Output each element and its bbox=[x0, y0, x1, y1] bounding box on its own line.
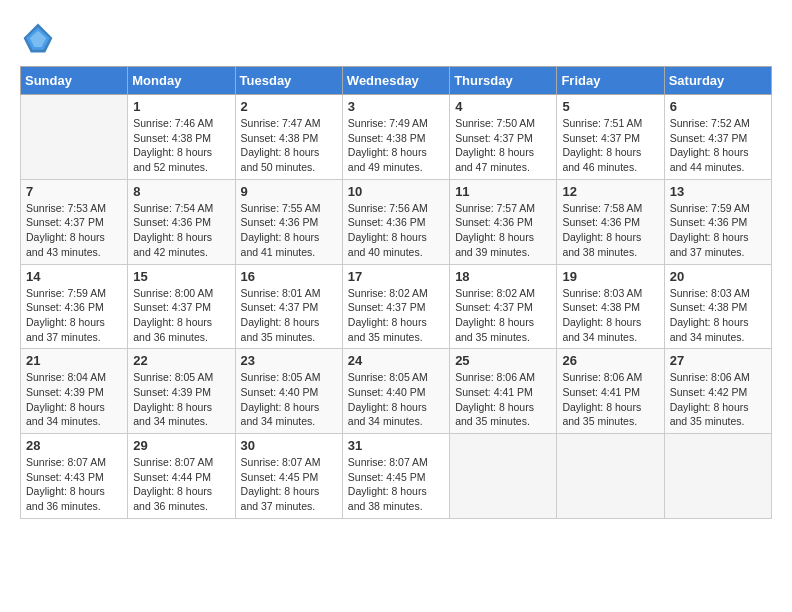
day-number: 26 bbox=[562, 353, 658, 368]
day-number: 28 bbox=[26, 438, 122, 453]
day-info: Sunrise: 8:05 AM Sunset: 4:40 PM Dayligh… bbox=[348, 370, 444, 429]
day-number: 6 bbox=[670, 99, 766, 114]
day-info: Sunrise: 8:07 AM Sunset: 4:45 PM Dayligh… bbox=[241, 455, 337, 514]
weekday-header-friday: Friday bbox=[557, 67, 664, 95]
day-number: 10 bbox=[348, 184, 444, 199]
day-number: 17 bbox=[348, 269, 444, 284]
weekday-header-sunday: Sunday bbox=[21, 67, 128, 95]
calendar-cell: 5Sunrise: 7:51 AM Sunset: 4:37 PM Daylig… bbox=[557, 95, 664, 180]
day-info: Sunrise: 7:51 AM Sunset: 4:37 PM Dayligh… bbox=[562, 116, 658, 175]
day-number: 4 bbox=[455, 99, 551, 114]
day-number: 19 bbox=[562, 269, 658, 284]
day-number: 14 bbox=[26, 269, 122, 284]
calendar-cell: 1Sunrise: 7:46 AM Sunset: 4:38 PM Daylig… bbox=[128, 95, 235, 180]
calendar-week-2: 7Sunrise: 7:53 AM Sunset: 4:37 PM Daylig… bbox=[21, 179, 772, 264]
day-number: 5 bbox=[562, 99, 658, 114]
day-info: Sunrise: 7:52 AM Sunset: 4:37 PM Dayligh… bbox=[670, 116, 766, 175]
calendar-cell bbox=[21, 95, 128, 180]
weekday-header-monday: Monday bbox=[128, 67, 235, 95]
calendar-cell: 9Sunrise: 7:55 AM Sunset: 4:36 PM Daylig… bbox=[235, 179, 342, 264]
day-info: Sunrise: 8:05 AM Sunset: 4:39 PM Dayligh… bbox=[133, 370, 229, 429]
calendar-cell: 25Sunrise: 8:06 AM Sunset: 4:41 PM Dayli… bbox=[450, 349, 557, 434]
calendar-cell: 26Sunrise: 8:06 AM Sunset: 4:41 PM Dayli… bbox=[557, 349, 664, 434]
calendar-table: SundayMondayTuesdayWednesdayThursdayFrid… bbox=[20, 66, 772, 519]
day-number: 30 bbox=[241, 438, 337, 453]
day-number: 20 bbox=[670, 269, 766, 284]
day-info: Sunrise: 8:07 AM Sunset: 4:44 PM Dayligh… bbox=[133, 455, 229, 514]
calendar-cell: 29Sunrise: 8:07 AM Sunset: 4:44 PM Dayli… bbox=[128, 434, 235, 519]
day-info: Sunrise: 7:59 AM Sunset: 4:36 PM Dayligh… bbox=[670, 201, 766, 260]
calendar-cell: 2Sunrise: 7:47 AM Sunset: 4:38 PM Daylig… bbox=[235, 95, 342, 180]
day-number: 27 bbox=[670, 353, 766, 368]
day-info: Sunrise: 7:53 AM Sunset: 4:37 PM Dayligh… bbox=[26, 201, 122, 260]
day-info: Sunrise: 7:56 AM Sunset: 4:36 PM Dayligh… bbox=[348, 201, 444, 260]
day-info: Sunrise: 8:03 AM Sunset: 4:38 PM Dayligh… bbox=[670, 286, 766, 345]
day-info: Sunrise: 7:46 AM Sunset: 4:38 PM Dayligh… bbox=[133, 116, 229, 175]
calendar-cell: 12Sunrise: 7:58 AM Sunset: 4:36 PM Dayli… bbox=[557, 179, 664, 264]
weekday-header-tuesday: Tuesday bbox=[235, 67, 342, 95]
calendar-cell: 20Sunrise: 8:03 AM Sunset: 4:38 PM Dayli… bbox=[664, 264, 771, 349]
calendar-cell: 11Sunrise: 7:57 AM Sunset: 4:36 PM Dayli… bbox=[450, 179, 557, 264]
day-number: 9 bbox=[241, 184, 337, 199]
calendar-cell: 19Sunrise: 8:03 AM Sunset: 4:38 PM Dayli… bbox=[557, 264, 664, 349]
day-info: Sunrise: 8:00 AM Sunset: 4:37 PM Dayligh… bbox=[133, 286, 229, 345]
day-number: 29 bbox=[133, 438, 229, 453]
day-info: Sunrise: 7:59 AM Sunset: 4:36 PM Dayligh… bbox=[26, 286, 122, 345]
day-number: 7 bbox=[26, 184, 122, 199]
day-info: Sunrise: 8:06 AM Sunset: 4:41 PM Dayligh… bbox=[562, 370, 658, 429]
day-info: Sunrise: 7:49 AM Sunset: 4:38 PM Dayligh… bbox=[348, 116, 444, 175]
day-info: Sunrise: 7:50 AM Sunset: 4:37 PM Dayligh… bbox=[455, 116, 551, 175]
calendar-cell: 23Sunrise: 8:05 AM Sunset: 4:40 PM Dayli… bbox=[235, 349, 342, 434]
calendar-cell bbox=[557, 434, 664, 519]
day-info: Sunrise: 8:02 AM Sunset: 4:37 PM Dayligh… bbox=[455, 286, 551, 345]
logo-icon bbox=[20, 20, 56, 56]
calendar-cell: 4Sunrise: 7:50 AM Sunset: 4:37 PM Daylig… bbox=[450, 95, 557, 180]
day-number: 11 bbox=[455, 184, 551, 199]
weekday-header-thursday: Thursday bbox=[450, 67, 557, 95]
logo bbox=[20, 20, 62, 56]
day-number: 18 bbox=[455, 269, 551, 284]
day-number: 23 bbox=[241, 353, 337, 368]
day-number: 24 bbox=[348, 353, 444, 368]
calendar-cell: 8Sunrise: 7:54 AM Sunset: 4:36 PM Daylig… bbox=[128, 179, 235, 264]
page-header bbox=[20, 20, 772, 56]
day-number: 12 bbox=[562, 184, 658, 199]
calendar-cell: 10Sunrise: 7:56 AM Sunset: 4:36 PM Dayli… bbox=[342, 179, 449, 264]
day-info: Sunrise: 8:07 AM Sunset: 4:43 PM Dayligh… bbox=[26, 455, 122, 514]
calendar-cell: 14Sunrise: 7:59 AM Sunset: 4:36 PM Dayli… bbox=[21, 264, 128, 349]
calendar-cell: 3Sunrise: 7:49 AM Sunset: 4:38 PM Daylig… bbox=[342, 95, 449, 180]
calendar-cell: 30Sunrise: 8:07 AM Sunset: 4:45 PM Dayli… bbox=[235, 434, 342, 519]
day-info: Sunrise: 8:01 AM Sunset: 4:37 PM Dayligh… bbox=[241, 286, 337, 345]
calendar-cell bbox=[664, 434, 771, 519]
calendar-cell: 24Sunrise: 8:05 AM Sunset: 4:40 PM Dayli… bbox=[342, 349, 449, 434]
day-info: Sunrise: 8:05 AM Sunset: 4:40 PM Dayligh… bbox=[241, 370, 337, 429]
calendar-week-4: 21Sunrise: 8:04 AM Sunset: 4:39 PM Dayli… bbox=[21, 349, 772, 434]
day-info: Sunrise: 8:07 AM Sunset: 4:45 PM Dayligh… bbox=[348, 455, 444, 514]
weekday-header-wednesday: Wednesday bbox=[342, 67, 449, 95]
day-number: 3 bbox=[348, 99, 444, 114]
day-info: Sunrise: 8:04 AM Sunset: 4:39 PM Dayligh… bbox=[26, 370, 122, 429]
calendar-week-3: 14Sunrise: 7:59 AM Sunset: 4:36 PM Dayli… bbox=[21, 264, 772, 349]
calendar-cell: 13Sunrise: 7:59 AM Sunset: 4:36 PM Dayli… bbox=[664, 179, 771, 264]
calendar-cell: 21Sunrise: 8:04 AM Sunset: 4:39 PM Dayli… bbox=[21, 349, 128, 434]
day-info: Sunrise: 7:57 AM Sunset: 4:36 PM Dayligh… bbox=[455, 201, 551, 260]
day-number: 15 bbox=[133, 269, 229, 284]
day-number: 21 bbox=[26, 353, 122, 368]
day-number: 1 bbox=[133, 99, 229, 114]
day-number: 31 bbox=[348, 438, 444, 453]
weekday-header-row: SundayMondayTuesdayWednesdayThursdayFrid… bbox=[21, 67, 772, 95]
day-number: 13 bbox=[670, 184, 766, 199]
calendar-cell: 16Sunrise: 8:01 AM Sunset: 4:37 PM Dayli… bbox=[235, 264, 342, 349]
day-info: Sunrise: 8:02 AM Sunset: 4:37 PM Dayligh… bbox=[348, 286, 444, 345]
calendar-cell: 31Sunrise: 8:07 AM Sunset: 4:45 PM Dayli… bbox=[342, 434, 449, 519]
day-info: Sunrise: 8:06 AM Sunset: 4:41 PM Dayligh… bbox=[455, 370, 551, 429]
day-number: 16 bbox=[241, 269, 337, 284]
calendar-cell: 27Sunrise: 8:06 AM Sunset: 4:42 PM Dayli… bbox=[664, 349, 771, 434]
day-number: 8 bbox=[133, 184, 229, 199]
day-number: 22 bbox=[133, 353, 229, 368]
calendar-cell: 17Sunrise: 8:02 AM Sunset: 4:37 PM Dayli… bbox=[342, 264, 449, 349]
calendar-cell: 22Sunrise: 8:05 AM Sunset: 4:39 PM Dayli… bbox=[128, 349, 235, 434]
day-info: Sunrise: 8:06 AM Sunset: 4:42 PM Dayligh… bbox=[670, 370, 766, 429]
calendar-week-1: 1Sunrise: 7:46 AM Sunset: 4:38 PM Daylig… bbox=[21, 95, 772, 180]
day-number: 25 bbox=[455, 353, 551, 368]
